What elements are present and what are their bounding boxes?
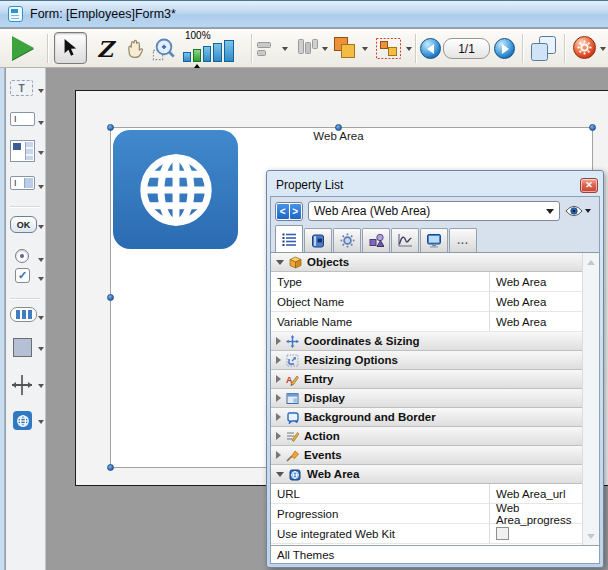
property-list-titlebar[interactable]: Property List ✕ xyxy=(270,174,600,196)
tab-chart[interactable] xyxy=(391,228,419,252)
zoom-bar-100[interactable] xyxy=(193,49,201,62)
listbox-tool-caret[interactable] xyxy=(38,151,44,155)
tab-all-properties[interactable] xyxy=(275,225,303,252)
close-button[interactable]: ✕ xyxy=(580,178,598,193)
execute-form-button[interactable] xyxy=(12,36,34,60)
scroll-down-arrow[interactable] xyxy=(583,528,599,544)
splitter-tool-caret[interactable] xyxy=(38,384,44,388)
distribute-menu-caret[interactable] xyxy=(322,47,328,51)
object-selector-dropdown[interactable]: Web Area (Web Area) xyxy=(308,201,560,221)
radio-button-tool-caret[interactable] xyxy=(38,258,44,262)
rectangle-tool-button[interactable] xyxy=(9,338,45,362)
group-menu-caret[interactable] xyxy=(406,47,412,51)
entry-order-tool-button[interactable]: Z xyxy=(91,35,119,63)
section-action[interactable]: Action xyxy=(271,427,582,446)
checkbox-tool-button[interactable]: ✓ xyxy=(9,268,45,292)
tab-objects[interactable] xyxy=(362,228,390,252)
input-tool-button[interactable]: I xyxy=(9,112,45,136)
expand-triangle-icon[interactable] xyxy=(276,451,281,459)
selection-handle-top-center[interactable] xyxy=(335,124,342,131)
property-row-variable-name[interactable]: Variable Name Web Area xyxy=(271,312,582,332)
section-background-border[interactable]: Background and Border xyxy=(271,408,582,427)
section-coordinates-sizing[interactable]: Coordinates & Sizing xyxy=(271,332,582,351)
property-row-object-name[interactable]: Object Name Web Area xyxy=(271,292,582,312)
text-tool-button[interactable]: T xyxy=(9,80,45,104)
expand-triangle-icon[interactable] xyxy=(276,432,281,440)
group-menu-icon[interactable] xyxy=(376,38,401,59)
section-entry[interactable]: A Entry xyxy=(271,370,582,389)
events-broom-icon xyxy=(286,449,299,462)
expand-triangle-icon[interactable] xyxy=(276,413,281,421)
splitter-tool-button[interactable] xyxy=(9,374,45,398)
object-navigation-arrows[interactable]: < > xyxy=(275,202,303,221)
align-menu-caret[interactable] xyxy=(282,47,288,51)
view-options-button[interactable] xyxy=(565,205,595,217)
property-row-progression[interactable]: Progression Web Area_progress xyxy=(271,504,582,524)
button-tool-caret[interactable] xyxy=(38,225,44,229)
align-menu-icon[interactable] xyxy=(257,41,279,57)
expand-triangle-icon[interactable] xyxy=(276,394,281,402)
distribute-menu-icon[interactable] xyxy=(295,39,319,58)
zoom-bar-50[interactable] xyxy=(183,52,191,62)
combobox-tool-button[interactable]: I xyxy=(9,176,45,200)
button-bar-tool-caret[interactable] xyxy=(38,316,44,320)
zoom-bar-400[interactable] xyxy=(213,43,222,62)
background-border-icon xyxy=(286,411,299,424)
previous-page-button[interactable] xyxy=(420,38,441,59)
tab-settings[interactable] xyxy=(333,228,361,252)
web-area-globe-icon xyxy=(113,130,238,249)
zoom-bar-200[interactable] xyxy=(203,46,211,62)
level-menu-icon[interactable] xyxy=(332,36,358,61)
section-web-area[interactable]: Web Area xyxy=(271,465,582,484)
tab-more[interactable]: ... xyxy=(449,228,477,252)
expand-triangle-icon[interactable] xyxy=(276,337,281,345)
expand-triangle-icon[interactable] xyxy=(276,375,281,383)
rectangle-tool-caret[interactable] xyxy=(38,347,44,351)
method-menu-caret[interactable] xyxy=(600,47,606,51)
scroll-up-arrow[interactable] xyxy=(583,254,599,270)
zoom-level-bars[interactable]: 100% xyxy=(183,30,247,68)
method-menu-button[interactable] xyxy=(573,36,596,59)
section-objects[interactable]: Objects xyxy=(271,253,582,272)
next-page-button[interactable] xyxy=(494,38,515,59)
zoom-bar-800[interactable] xyxy=(224,40,234,62)
input-tool-caret[interactable] xyxy=(38,121,44,125)
radio-button-tool-icon xyxy=(15,249,29,263)
selection-handle-top-left[interactable] xyxy=(107,124,114,131)
selection-tool-button[interactable] xyxy=(54,32,87,64)
section-events[interactable]: Events xyxy=(271,446,582,465)
window-titlebar: Form: [Employees]Form3* xyxy=(0,0,608,28)
gear-icon xyxy=(577,40,592,55)
web-area-tool-button[interactable] xyxy=(9,411,45,435)
checkbox-tool-caret[interactable] xyxy=(38,277,44,281)
property-row-type[interactable]: Type Web Area xyxy=(271,272,582,292)
move-tool-button[interactable] xyxy=(121,35,149,63)
listbox-tool-button[interactable] xyxy=(9,140,45,164)
tab-display[interactable] xyxy=(420,228,448,252)
form-pages-icon[interactable] xyxy=(529,36,558,62)
level-menu-caret[interactable] xyxy=(362,47,368,51)
selection-handle-bottom-left[interactable] xyxy=(107,464,114,471)
combobox-tool-caret[interactable] xyxy=(38,185,44,189)
web-kit-checkbox[interactable] xyxy=(496,527,509,540)
web-area-tool-caret[interactable] xyxy=(38,420,44,424)
property-list-scrollbar[interactable] xyxy=(582,253,599,545)
zoom-tool-button[interactable] xyxy=(150,35,178,63)
collapse-triangle-icon[interactable] xyxy=(276,472,284,477)
selection-handle-middle-left[interactable] xyxy=(107,294,114,301)
section-resizing-options[interactable]: Resizing Options xyxy=(271,351,582,370)
button-bar-tool-button[interactable] xyxy=(9,307,45,331)
text-tool-caret[interactable] xyxy=(38,89,44,93)
property-row-web-kit[interactable]: Use integrated Web Kit xyxy=(271,524,582,544)
curve-chart-icon xyxy=(398,233,413,248)
tab-library[interactable] xyxy=(304,228,332,252)
previous-object-icon[interactable]: < xyxy=(277,204,289,219)
button-tool-button[interactable]: OK xyxy=(9,216,45,240)
selection-handle-top-right[interactable] xyxy=(589,124,596,131)
next-object-icon[interactable]: > xyxy=(290,204,302,219)
expand-triangle-icon[interactable] xyxy=(276,356,281,364)
previous-page-icon xyxy=(427,44,434,54)
section-display[interactable]: Display xyxy=(271,389,582,408)
collapse-triangle-icon[interactable] xyxy=(276,260,284,265)
themes-filter-bar[interactable]: All Themes xyxy=(271,545,599,563)
